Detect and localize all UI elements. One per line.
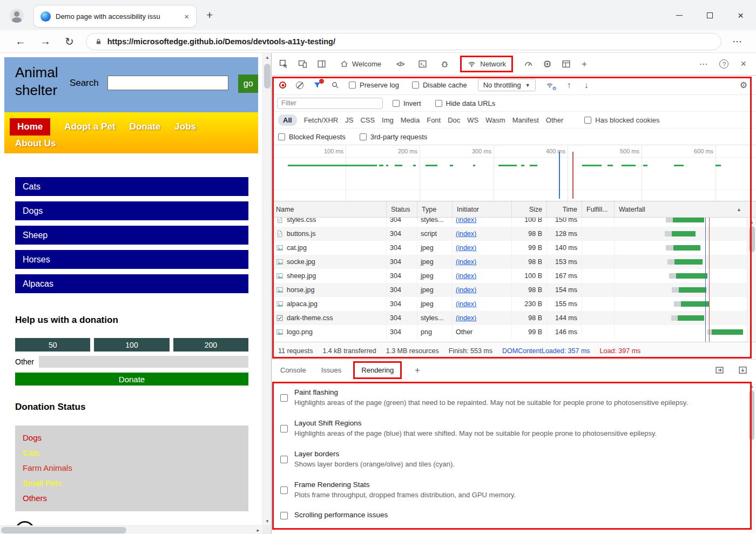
column-header-size[interactable]: Size xyxy=(512,201,547,217)
column-header-type[interactable]: Type xyxy=(417,201,453,217)
type-filter-css[interactable]: CSS xyxy=(360,116,375,124)
back-button[interactable]: ← xyxy=(15,35,26,48)
network-request-row-socke-jpg[interactable]: socke.jpg304jpeg(index)98 B153 ms xyxy=(272,255,756,269)
type-filter-ws[interactable]: WS xyxy=(467,116,478,124)
record-network-log-button[interactable] xyxy=(279,82,286,89)
tab-welcome[interactable]: Welcome xyxy=(340,60,381,68)
filter-toggle-icon[interactable] xyxy=(313,81,321,89)
network-request-row-horse-jpg[interactable]: horse.jpg304jpeg(index)98 B154 ms xyxy=(272,283,756,297)
throttling-dropdown[interactable]: No throttling▼ xyxy=(478,79,536,91)
drawer-tab-issues[interactable]: Issues xyxy=(321,366,342,374)
rendering-option-checkbox-paint-flashing[interactable] xyxy=(280,394,288,402)
elements-tab-icon[interactable]: </> xyxy=(396,60,404,68)
address-bar[interactable]: https://microsoftedge.github.io/Demos/de… xyxy=(86,33,721,50)
dock-side-icon[interactable] xyxy=(317,59,326,69)
devtools-help-button[interactable]: ? xyxy=(719,59,728,69)
performance-gauge-icon[interactable] xyxy=(524,59,533,69)
has-blocked-cookies-toggle[interactable]: Has blocked cookies xyxy=(584,116,659,124)
browser-menu-button[interactable]: ⋯ xyxy=(732,36,742,48)
inspect-icon[interactable] xyxy=(279,59,288,69)
disable-cache-checkbox[interactable] xyxy=(412,82,419,89)
nav-item-donate[interactable]: Donate xyxy=(130,121,161,132)
initiator-link[interactable]: (index) xyxy=(456,230,476,238)
hide-data-urls-toggle[interactable]: Hide data URLs xyxy=(435,99,496,107)
network-request-row-dark-theme-css[interactable]: dark-theme.css304styles...(index)98 B144… xyxy=(272,311,756,325)
category-button-dogs[interactable]: Dogs xyxy=(15,201,248,220)
network-overview-timeline[interactable]: 100 ms200 ms300 ms400 ms500 ms600 ms xyxy=(272,145,756,201)
initiator-link[interactable]: (index) xyxy=(456,244,476,252)
table-scroll-up-icon[interactable]: ▲ xyxy=(747,219,756,225)
search-input[interactable] xyxy=(107,76,229,90)
export-har-icon[interactable]: ↓ xyxy=(584,80,589,90)
type-filter-fetch-xhr[interactable]: Fetch/XHR xyxy=(304,116,339,124)
minimize-button[interactable] xyxy=(664,0,694,30)
network-filter-input[interactable] xyxy=(277,98,383,109)
network-settings-gear-icon[interactable]: ⚙ xyxy=(740,80,747,90)
drawer-tab-console[interactable]: Console xyxy=(280,366,306,374)
profile-avatar-icon[interactable] xyxy=(10,9,24,23)
application-layout-icon[interactable] xyxy=(562,59,571,69)
tab-network[interactable]: Network xyxy=(460,56,513,72)
devtools-more-button[interactable]: ⋯ xyxy=(699,59,707,69)
scroll-down-icon[interactable]: ▼ xyxy=(263,517,272,525)
device-emulation-icon[interactable] xyxy=(298,59,307,69)
type-filter-font[interactable]: Font xyxy=(427,116,441,124)
has-blocked-cookies-checkbox[interactable] xyxy=(584,117,591,124)
other-amount-input[interactable] xyxy=(39,356,248,368)
type-filter-other[interactable]: Other xyxy=(546,116,564,124)
debugger-bug-icon[interactable] xyxy=(440,59,449,69)
invert-toggle[interactable]: Invert xyxy=(393,99,421,107)
column-header-fulfilled[interactable]: Fulfill... xyxy=(582,201,615,217)
type-filter-manifest[interactable]: Manifest xyxy=(512,116,539,124)
network-request-row-buttons-js[interactable]: buttons.js304script(index)98 B128 ms xyxy=(272,227,756,241)
drawer-tab-rendering[interactable]: Rendering xyxy=(353,361,402,379)
drawer-add-tab-button[interactable]: + xyxy=(415,366,420,375)
initiator-link[interactable]: (index) xyxy=(456,314,476,322)
rendering-option-checkbox-layer-borders[interactable] xyxy=(280,456,288,463)
type-filter-wasm[interactable]: Wasm xyxy=(485,116,505,124)
rendering-option-checkbox-layout-shift-regions[interactable] xyxy=(280,425,288,432)
disable-cache-toggle[interactable]: Disable cache xyxy=(412,81,467,89)
preserve-log-checkbox[interactable] xyxy=(349,82,356,89)
close-window-button[interactable]: × xyxy=(725,0,756,30)
memory-chip-icon[interactable] xyxy=(543,59,552,69)
refresh-button[interactable]: ↻ xyxy=(65,35,74,48)
page-horizontal-scrollbar[interactable]: ► xyxy=(0,525,262,534)
initiator-link[interactable]: (index) xyxy=(456,286,476,294)
initiator-link[interactable]: (index) xyxy=(456,218,476,224)
type-filter-img[interactable]: Img xyxy=(382,116,394,124)
column-header-waterfall[interactable]: Waterfall▲ xyxy=(615,201,746,217)
nav-item-home[interactable]: Home xyxy=(10,118,50,136)
third-party-toggle[interactable]: 3rd-party requests xyxy=(360,133,428,141)
table-scrollbar[interactable]: ▲ xyxy=(747,218,756,342)
vertical-scroll-thumb[interactable] xyxy=(264,64,271,89)
column-header-time[interactable]: Time xyxy=(547,201,582,217)
nav-item-jobs[interactable]: Jobs xyxy=(174,121,196,132)
amount-button-200[interactable]: 200 xyxy=(173,338,248,352)
horizontal-scroll-thumb[interactable] xyxy=(1,527,126,533)
network-request-row-alpaca-jpg[interactable]: alpaca.jpg304jpeg(index)230 B155 ms xyxy=(272,297,756,311)
invert-checkbox[interactable] xyxy=(393,100,400,107)
third-party-checkbox[interactable] xyxy=(360,133,367,140)
category-button-alpacas[interactable]: Alpacas xyxy=(15,274,248,293)
rendering-scroll-thumb[interactable] xyxy=(749,390,754,440)
preserve-log-toggle[interactable]: Preserve log xyxy=(349,81,399,89)
blocked-requests-toggle[interactable]: Blocked Requests xyxy=(278,133,346,141)
network-request-row-cat-jpg[interactable]: cat.jpg304jpeg(index)99 B140 ms xyxy=(272,241,756,255)
scroll-right-icon[interactable]: ► xyxy=(254,526,262,534)
initiator-link[interactable]: (index) xyxy=(456,300,476,308)
table-scroll-thumb[interactable] xyxy=(749,226,755,252)
column-header-initiator[interactable]: Initiator xyxy=(453,201,512,217)
initiator-link[interactable]: (index) xyxy=(456,272,476,280)
clear-network-log-icon[interactable] xyxy=(296,82,303,89)
initiator-link[interactable]: (index) xyxy=(456,258,476,266)
import-har-icon[interactable]: ↑ xyxy=(567,80,571,90)
type-filter-media[interactable]: Media xyxy=(401,116,420,124)
forward-button[interactable]: → xyxy=(40,35,51,48)
category-button-sheep[interactable]: Sheep xyxy=(15,226,248,245)
search-go-button[interactable]: go xyxy=(238,75,258,93)
search-icon[interactable] xyxy=(331,81,339,89)
browser-tab[interactable]: Demo page with accessibility issu × xyxy=(33,5,197,28)
rendering-scrollbar[interactable]: ▲ xyxy=(748,382,755,533)
column-header-status[interactable]: Status xyxy=(387,201,417,217)
